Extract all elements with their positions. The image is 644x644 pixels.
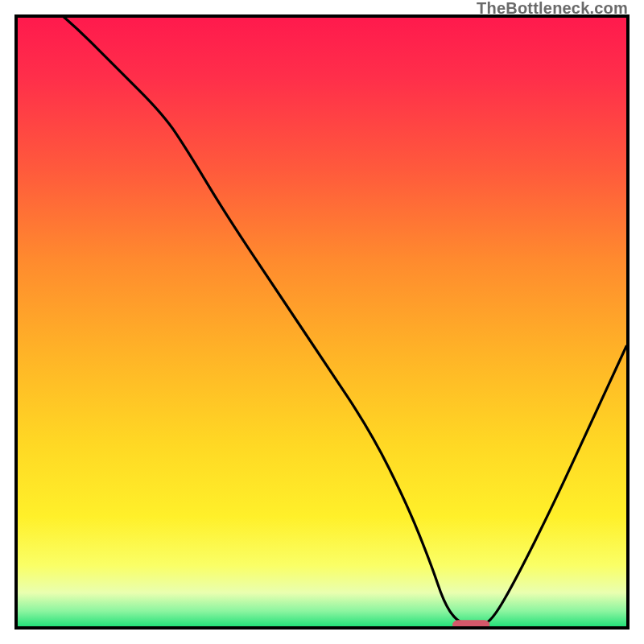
chart-frame bbox=[14, 14, 630, 630]
optimal-marker bbox=[453, 621, 489, 626]
watermark-text: TheBottleneck.com bbox=[477, 0, 628, 18]
gradient-background bbox=[18, 18, 626, 626]
bottleneck-chart bbox=[18, 18, 626, 626]
